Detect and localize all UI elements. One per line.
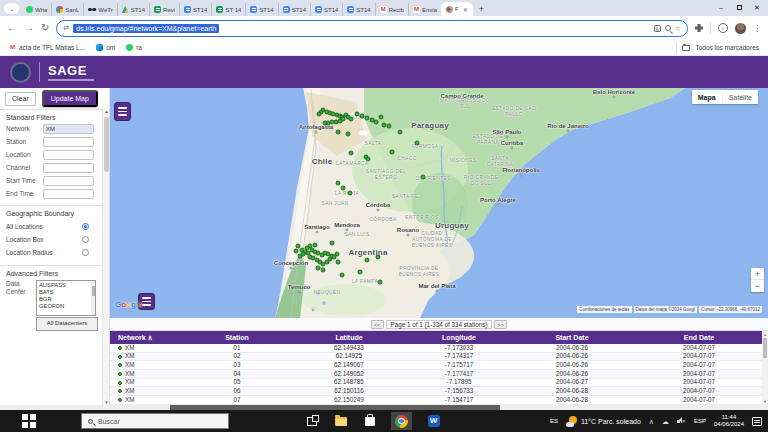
data-center-option[interactable]: GEOFON: [37, 302, 91, 309]
network-input[interactable]: [43, 124, 94, 134]
column-header-latitude[interactable]: Latitude: [294, 334, 404, 341]
browser-menu-icon[interactable]: ⋮: [753, 24, 761, 33]
station-marker[interactable]: [335, 252, 340, 257]
station-marker[interactable]: [348, 191, 353, 196]
station-marker[interactable]: [323, 121, 328, 126]
column-header-network[interactable]: Network ∧: [110, 334, 180, 342]
data-center-listbox[interactable]: AUSPASSBATSBGRGEOFON: [36, 280, 96, 316]
browser-tab[interactable]: ST 14: [211, 3, 245, 16]
all-bookmarks-label[interactable]: Todos los marcadores: [695, 44, 759, 51]
browser-tab[interactable]: ST14: [117, 3, 149, 16]
onedrive-icon[interactable]: ☁: [662, 418, 669, 425]
station-input[interactable]: [43, 137, 94, 147]
station-marker[interactable]: [390, 150, 395, 155]
store-button[interactable]: [362, 412, 377, 430]
boundary-option[interactable]: All Locations: [6, 223, 97, 230]
language-indicator[interactable]: ES: [550, 418, 558, 424]
file-explorer-button[interactable]: [333, 412, 348, 430]
browser-tab[interactable]: ST14: [278, 3, 310, 16]
profile-avatar[interactable]: [735, 23, 746, 34]
table-scrollbar[interactable]: ▲ ▼: [762, 331, 768, 405]
bookmark-star-icon[interactable]: ☆: [675, 25, 681, 32]
sidebar-scrollbar[interactable]: ▲ ▼: [102, 109, 109, 405]
column-header-start-date[interactable]: Start Date: [514, 334, 630, 341]
station-marker[interactable]: [415, 141, 420, 146]
table-row[interactable]: XM0662.150116-7.1567332004-06-282004-07-…: [110, 387, 768, 396]
table-row[interactable]: XM0162.149433-7.1730332004-06-262004-07-…: [110, 344, 768, 353]
station-marker[interactable]: [421, 175, 426, 180]
station-marker[interactable]: [346, 132, 351, 137]
data-center-option[interactable]: AUSPASS: [37, 281, 91, 288]
update-map-button[interactable]: Update Map: [42, 90, 98, 107]
translate-icon[interactable]: A: [654, 25, 661, 32]
notification-center-icon[interactable]: [752, 417, 762, 426]
table-row[interactable]: XM0762.150249-7.1547172004-06-282004-07-…: [110, 396, 768, 405]
radio-button[interactable]: [82, 236, 89, 243]
tab-search-button[interactable]: ⌄: [4, 3, 19, 14]
station-marker[interactable]: [374, 120, 379, 125]
station-marker[interactable]: [321, 268, 326, 273]
volume-muted-icon[interactable]: [677, 417, 686, 425]
column-header-end-date[interactable]: End Date: [630, 334, 768, 341]
station-marker[interactable]: [336, 260, 341, 265]
table-row[interactable]: XM0462.149052-7.1774172004-06-262004-07-…: [110, 370, 768, 379]
tab-close-icon[interactable]: ✕: [463, 6, 468, 13]
browser-tab[interactable]: ST14: [310, 3, 342, 16]
clear-button[interactable]: Clear: [5, 92, 36, 106]
station-marker[interactable]: [317, 112, 322, 117]
scroll-up-icon[interactable]: ▲: [103, 109, 110, 114]
scrollbar-thumb[interactable]: [104, 117, 109, 172]
station-marker[interactable]: [366, 157, 371, 162]
data-center-option[interactable]: BATS: [37, 288, 91, 295]
start-time-input[interactable]: [43, 176, 94, 186]
station-marker[interactable]: [341, 186, 346, 191]
back-button[interactable]: ←: [7, 23, 17, 33]
reload-button[interactable]: ↻: [41, 23, 49, 33]
station-marker[interactable]: [376, 255, 381, 260]
weather-widget[interactable]: 11°C Parc. soleado: [566, 416, 641, 427]
bookmark-item[interactable]: acta de TFL Matias L...: [9, 44, 85, 51]
table-row[interactable]: XM0562.148785-7.178952004-06-272004-07-0…: [110, 379, 768, 388]
station-marker[interactable]: [349, 151, 354, 156]
browser-tab[interactable]: ST14: [179, 3, 211, 16]
table-row[interactable]: XM0362.149067-7.1757172004-06-262004-07-…: [110, 361, 768, 370]
column-header-station[interactable]: Station: [180, 334, 294, 341]
task-view-button[interactable]: [304, 412, 319, 430]
location-input[interactable]: [43, 150, 94, 160]
site-settings-icon[interactable]: ⇄: [63, 24, 69, 32]
browser-tab[interactable]: SanL: [51, 3, 83, 16]
listbox-scrollbar[interactable]: [91, 281, 95, 315]
browser-tab[interactable]: Recib: [375, 3, 408, 16]
station-marker[interactable]: [313, 243, 318, 248]
download-icon[interactable]: ↓: [718, 23, 728, 33]
table-row[interactable]: XM0262.14925-7.1743172004-06-262004-07-0…: [110, 353, 768, 362]
station-marker[interactable]: [294, 249, 299, 254]
word-button[interactable]: W: [426, 412, 441, 430]
ime-indicator[interactable]: ESP: [694, 418, 706, 424]
next-page-button[interactable]: >>: [494, 320, 506, 329]
browser-tab[interactable]: Revi: [149, 3, 179, 16]
table-scrollbar-thumb[interactable]: [763, 338, 767, 358]
end-time-input[interactable]: [43, 189, 94, 199]
sidebar-toggle-button[interactable]: [114, 102, 131, 121]
chrome-button[interactable]: [391, 412, 412, 430]
close-window-button[interactable]: ✕: [748, 0, 766, 16]
boundary-option[interactable]: Location Radius: [6, 249, 97, 256]
minimize-button[interactable]: –: [712, 0, 730, 16]
boundary-option[interactable]: Location Box: [6, 236, 97, 243]
station-marker[interactable]: [358, 270, 363, 275]
station-marker[interactable]: [336, 130, 341, 135]
radio-button[interactable]: [82, 223, 89, 230]
station-marker[interactable]: [296, 244, 301, 249]
table-scroll-up-icon[interactable]: ▲: [762, 332, 768, 337]
station-marker[interactable]: [387, 124, 392, 129]
table-scroll-down-icon[interactable]: ▼: [762, 399, 768, 404]
station-marker[interactable]: [340, 273, 345, 278]
hidden-icons-chevron[interactable]: ∧: [649, 418, 654, 425]
browser-tab[interactable]: Wha: [22, 3, 51, 16]
browser-tab[interactable]: ST14: [245, 3, 277, 16]
station-marker[interactable]: [298, 254, 303, 259]
station-marker[interactable]: [379, 115, 384, 120]
prev-page-button[interactable]: <<: [371, 320, 383, 329]
browser-tab[interactable]: ST14: [342, 3, 374, 16]
